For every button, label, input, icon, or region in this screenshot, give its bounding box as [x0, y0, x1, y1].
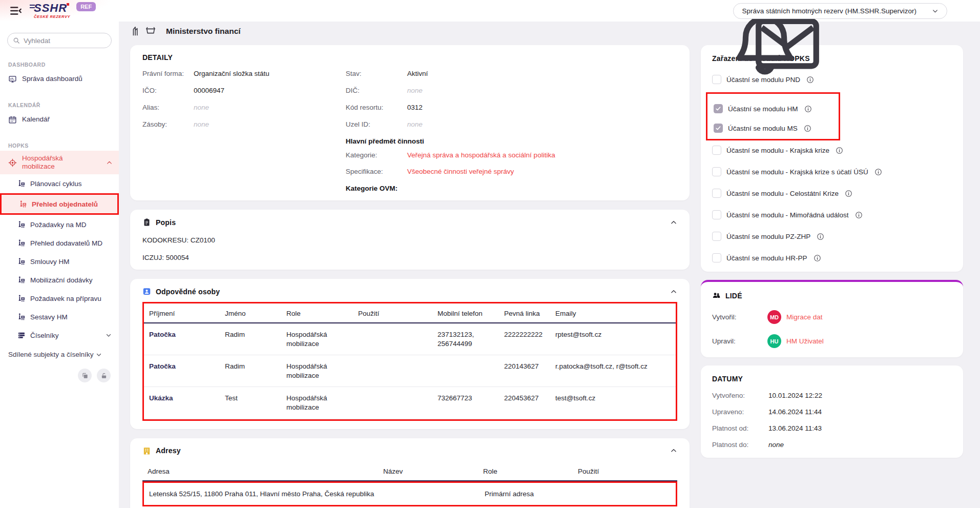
search-input[interactable] — [24, 37, 106, 45]
checkbox-ms[interactable] — [714, 124, 723, 133]
logo-subtext: ČESKÉ REZERVY — [34, 15, 70, 19]
detail-field-kod-resortu: Kód resortu: 0312 — [346, 104, 677, 112]
people-card: LIDÉ Vytvořil: MD Migrace dat Upravil: H… — [701, 280, 963, 357]
sidebar-item-prehled-objednatelu[interactable]: Přehled objednatelů — [2, 195, 117, 213]
info-icon[interactable] — [874, 168, 882, 176]
sidebar: DASHBOARD Správa dashboardů KALENDÁŘ Kal… — [0, 22, 119, 508]
popis-title: Popis — [156, 218, 176, 227]
created-by-link[interactable]: Migrace dat — [786, 313, 823, 321]
info-icon[interactable] — [836, 147, 843, 154]
info-icon[interactable] — [804, 125, 811, 132]
section-label-dashboard: DASHBOARD — [8, 62, 111, 68]
address-table-row[interactable]: Letenská 525/15, 11800 Praha 011, Hlavní… — [144, 483, 676, 505]
sidebar-item-hospodarska-mobilizace[interactable]: Hospodářská mobilizace — [0, 151, 119, 174]
organization-icon — [130, 26, 141, 37]
sidebar-toggle-icon[interactable] — [9, 4, 23, 17]
popis-line-iczuj: ICZUJ: 500054 — [142, 254, 677, 261]
sidebar-item-sprava-dashboardu[interactable]: Správa dashboardů — [0, 70, 119, 89]
avatar: HU — [767, 334, 781, 348]
people-row-created: Vytvořil: MD Migrace dat — [712, 310, 952, 324]
right-column: Zařazení do modulů HOPKS Účastní se modu… — [701, 22, 980, 508]
contact-card-icon — [142, 287, 151, 296]
collapse-chevron-up-icon[interactable] — [670, 447, 677, 454]
sidebar-item-pozadavky-na-md[interactable]: Požadavky na MD — [0, 215, 119, 234]
section-label-kalendar: KALENDÁŘ — [8, 102, 111, 108]
info-icon[interactable] — [817, 233, 824, 240]
people-icon — [712, 291, 721, 300]
checkbox-krajska-krize[interactable] — [712, 146, 721, 155]
checkbox-celostatni-krize[interactable] — [712, 189, 721, 198]
sidebar-item-smlouvy-hm[interactable]: Smlouvy HM — [0, 252, 119, 271]
annotation-box-modules: Účastní se modulu HM Účastní se modulu M… — [706, 92, 840, 140]
date-row-updated: Upraveno: 14.06.2024 11:44 — [712, 408, 952, 416]
kategorie-link[interactable]: Veřejná správa a hospodářská a sociální … — [407, 151, 555, 160]
messages-mail-icon[interactable] — [711, 5, 722, 16]
addresses-table-header: Adresa Název Role Použití — [142, 461, 677, 481]
info-icon[interactable] — [804, 105, 812, 113]
persons-table-row[interactable]: Ukázka Test Hospodářská mobilizace 73266… — [144, 387, 676, 419]
app-root: SSHR ČESKÉ REZERVY REF Správa státních h… — [0, 0, 980, 508]
clipboard-icon — [142, 218, 151, 227]
unlock-button[interactable] — [97, 369, 111, 382]
sidebar-item-prehled-dodavatelu-md[interactable]: Přehled dodavatelů MD — [0, 234, 119, 252]
persons-table-header: Příjmení Jméno Role Použití Mobilní tele… — [144, 303, 676, 323]
role-selector[interactable]: Správa státních hmotných rezerv (HM.SSHR… — [733, 3, 947, 19]
target-icon — [8, 158, 17, 167]
role-selector-value: Správa státních hmotných rezerv (HM.SSHR… — [742, 7, 916, 15]
sidebar-item-sdilene-subjekty[interactable]: Sdílené subjekty a číselníky — [0, 344, 119, 363]
chevron-down-icon — [932, 8, 939, 14]
checkbox-pz-zhp[interactable] — [712, 232, 721, 241]
sidebar-item-mobilizacni-dodavky[interactable]: Mobilizační dodávky — [0, 271, 119, 289]
specifikace-link[interactable]: Všeobecné činnosti veřejné správy — [407, 168, 514, 176]
topbar-actions: Správa státních hmotných rezerv (HM.SSHR… — [688, 3, 971, 19]
module-row-pz-zhp: Účastní se modulu PZ-ZHP — [712, 232, 952, 241]
checkbox-mimoradna-udalost[interactable] — [712, 210, 721, 219]
addresses-card: Adresy Adresa Název Role Použití Letensk… — [130, 438, 690, 508]
module-row-ms: Účastní se modulu MS — [714, 124, 839, 133]
main-content: Ministerstvo financí DETAILY Právní form… — [119, 22, 701, 508]
checkbox-hm[interactable] — [714, 104, 723, 113]
ref-badge: REF — [76, 2, 96, 11]
date-row-valid-from: Platnost od: 13.06.2024 11:43 — [712, 424, 952, 432]
popis-card: Popis KODOKRESU: CZ0100 ICZUJ: 500054 — [130, 210, 690, 270]
detail-field-dic: DIČ: none — [346, 87, 677, 95]
info-icon[interactable] — [845, 190, 852, 197]
sidebar-item-ciselniky[interactable]: Číselníky — [0, 326, 119, 344]
hm-module-icon — [17, 294, 26, 302]
collapse-chevron-up-icon[interactable] — [670, 288, 677, 295]
check-icon — [715, 106, 721, 112]
sidebar-item-sestavy-hm[interactable]: Sestavy HM — [0, 308, 119, 326]
annotation-box-sidebar: Přehled objednatelů — [0, 193, 119, 215]
checkbox-krajska-krize-usu[interactable] — [712, 167, 721, 176]
sidebar-search — [7, 33, 112, 48]
sidebar-item-kalendar[interactable]: Kalendář — [0, 110, 119, 129]
notifications-bell-icon[interactable] — [688, 5, 699, 16]
sidebar-item-pozadavek-na-pripravu[interactable]: Požadavek na přípravu — [0, 289, 119, 308]
user-avatar-icon[interactable] — [958, 5, 971, 17]
sidebar-item-planovaci-cyklus[interactable]: Plánovací cyklus — [0, 174, 119, 193]
logo-text: SSHR — [34, 3, 70, 14]
sshr-logo[interactable]: SSHR ČESKÉ REZERVY — [34, 3, 70, 19]
persons-table-row[interactable]: Patočka Radim Hospodářská mobilizace 220… — [144, 355, 676, 387]
hm-module-icon — [17, 276, 26, 284]
ovm-heading: Kategorie OVM: — [346, 185, 677, 192]
detail-field-kategorie: Kategorie: Veřejná správa a hospodářská … — [346, 151, 677, 160]
detail-field-stav: Stav: Aktivní — [346, 70, 677, 78]
copy-button[interactable] — [78, 369, 92, 382]
info-icon[interactable] — [855, 211, 863, 219]
chevron-down-icon — [96, 352, 102, 358]
annotation-box-persons-table: Příjmení Jméno Role Použití Mobilní tele… — [142, 302, 677, 420]
updated-by-link[interactable]: HM Uživatel — [786, 337, 824, 345]
details-card: DETAILY Právní forma: Organizační složka… — [130, 45, 690, 200]
popis-line-kodokresu: KODOKRESU: CZ0100 — [142, 236, 677, 244]
info-icon[interactable] — [814, 254, 821, 262]
hm-module-icon — [17, 239, 26, 247]
checkbox-hr-pp[interactable] — [712, 253, 721, 262]
hm-module-icon — [19, 200, 27, 208]
collapse-chevron-up-icon[interactable] — [670, 219, 677, 226]
dates-title: DATUMY — [712, 375, 952, 383]
section-label-hopks: HOPKS — [8, 143, 111, 149]
list-stack-icon — [17, 331, 26, 339]
persons-table-row[interactable]: Patočka Radim Hospodářská mobilizace 237… — [144, 323, 676, 355]
detail-field-alias: Alias: none — [142, 104, 346, 112]
